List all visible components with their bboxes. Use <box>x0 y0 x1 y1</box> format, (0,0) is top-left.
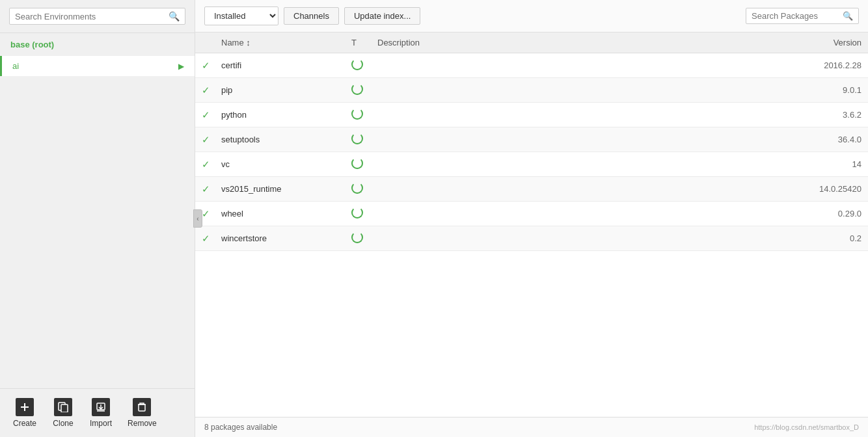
row-version: 0.2 <box>790 226 868 251</box>
table-row: ✓ vs2015_runtime 14.0.25420 <box>195 177 868 202</box>
import-label: Import <box>90 419 112 428</box>
row-name: setuptools <box>215 127 345 152</box>
create-button[interactable]: Create <box>8 395 42 430</box>
env-base-label: base (root) <box>10 40 54 49</box>
spinner-icon <box>351 83 363 95</box>
spinner-icon <box>351 133 363 144</box>
spinner-icon <box>351 108 363 120</box>
row-check[interactable]: ✓ <box>195 177 215 202</box>
col-description-header: Description <box>371 33 790 53</box>
packages-count: 8 packages available <box>204 423 277 432</box>
col-check-header <box>195 33 215 53</box>
table-row: ✓ wincertstore 0.2 <box>195 226 868 251</box>
spinner-icon <box>351 157 363 169</box>
environment-search-container: 🔍 <box>0 0 195 33</box>
table-row: ✓ python 3.6.2 <box>195 103 868 127</box>
row-name: vs2015_runtime <box>215 177 345 202</box>
row-type <box>345 127 371 152</box>
remove-icon <box>133 398 151 416</box>
search-environments-input[interactable] <box>15 12 169 21</box>
channels-button[interactable]: Channels <box>284 7 339 25</box>
row-name: wincertstore <box>215 226 345 251</box>
row-check[interactable]: ✓ <box>195 78 215 103</box>
clone-button[interactable]: Clone <box>47 395 79 430</box>
sidebar: 🔍 base (root) ai ▶ Create <box>0 0 195 437</box>
row-type <box>345 202 371 226</box>
environment-list: base (root) ai ▶ <box>0 33 195 388</box>
table-row: ✓ wheel 0.29.0 <box>195 202 868 226</box>
row-name: pip <box>215 78 345 103</box>
table-header-row: Name ↕ T Description Version <box>195 33 868 53</box>
row-description <box>371 226 790 251</box>
env-ai-label: ai <box>12 61 19 71</box>
watermark: https://blog.csdn.net/smartbox_D <box>754 423 859 431</box>
sidebar-footer: Create Clone Import Remove <box>0 388 195 437</box>
row-type <box>345 103 371 127</box>
import-button[interactable]: Import <box>85 395 117 430</box>
status-bar: 8 packages available https://blog.csdn.n… <box>195 417 868 437</box>
row-description <box>371 202 790 226</box>
create-label: Create <box>13 419 36 428</box>
package-search-container: 🔍 <box>746 8 859 24</box>
create-icon <box>16 398 34 416</box>
checked-icon: ✓ <box>202 233 210 244</box>
clone-icon <box>54 398 72 416</box>
row-check[interactable]: ✓ <box>195 103 215 127</box>
checked-icon: ✓ <box>202 85 210 96</box>
row-description <box>371 103 790 127</box>
search-environments-icon[interactable]: 🔍 <box>169 11 180 21</box>
clone-label: Clone <box>53 419 73 428</box>
row-type <box>345 53 371 78</box>
row-version: 14.0.25420 <box>790 177 868 202</box>
row-check[interactable]: ✓ <box>195 152 215 177</box>
row-version: 0.29.0 <box>790 202 868 226</box>
row-version: 2016.2.28 <box>790 53 868 78</box>
table-row: ✓ pip 9.0.1 <box>195 78 868 103</box>
main-content: Installed Not installed Updatable Select… <box>195 0 868 437</box>
remove-button[interactable]: Remove <box>122 395 162 430</box>
checked-icon: ✓ <box>202 208 210 219</box>
row-type <box>345 78 371 103</box>
row-type <box>345 152 371 177</box>
col-t-header: T <box>345 33 371 53</box>
sidebar-collapse-handle[interactable]: ‹ <box>193 209 202 228</box>
row-description <box>371 127 790 152</box>
search-packages-icon[interactable]: 🔍 <box>843 11 853 21</box>
table-row: ✓ setuptools 36.4.0 <box>195 127 868 152</box>
row-name: certifi <box>215 53 345 78</box>
row-type <box>345 226 371 251</box>
row-description <box>371 152 790 177</box>
col-name-header[interactable]: Name ↕ <box>215 33 345 53</box>
row-version: 36.4.0 <box>790 127 868 152</box>
row-check[interactable]: ✓ <box>195 226 215 251</box>
svg-rect-8 <box>139 404 145 411</box>
row-check[interactable]: ✓ <box>195 53 215 78</box>
checked-icon: ✓ <box>202 159 210 170</box>
svg-rect-1 <box>21 406 29 408</box>
row-type <box>345 177 371 202</box>
env-item-ai[interactable]: ai ▶ <box>0 56 195 76</box>
spinner-icon <box>351 232 363 243</box>
search-packages-input[interactable] <box>752 11 843 21</box>
row-version: 3.6.2 <box>790 103 868 127</box>
package-table: Name ↕ T Description Version ✓ certifi 2… <box>195 33 868 251</box>
env-item-base[interactable]: base (root) <box>0 33 195 56</box>
remove-label: Remove <box>128 419 157 428</box>
row-version: 9.0.1 <box>790 78 868 103</box>
row-check[interactable]: ✓ <box>195 127 215 152</box>
toolbar: Installed Not installed Updatable Select… <box>195 0 868 33</box>
checked-icon: ✓ <box>202 183 210 194</box>
filter-select[interactable]: Installed Not installed Updatable Select… <box>205 7 278 25</box>
table-row: ✓ vc 14 <box>195 152 868 177</box>
checked-icon: ✓ <box>202 60 210 71</box>
row-name: python <box>215 103 345 127</box>
row-name: vc <box>215 152 345 177</box>
checked-icon: ✓ <box>202 134 210 145</box>
svg-rect-3 <box>61 404 68 412</box>
update-index-button[interactable]: Update index... <box>344 7 420 25</box>
col-version-header: Version <box>790 33 868 53</box>
spinner-icon <box>351 182 363 194</box>
row-description <box>371 78 790 103</box>
spinner-icon <box>351 59 363 70</box>
row-description <box>371 53 790 78</box>
